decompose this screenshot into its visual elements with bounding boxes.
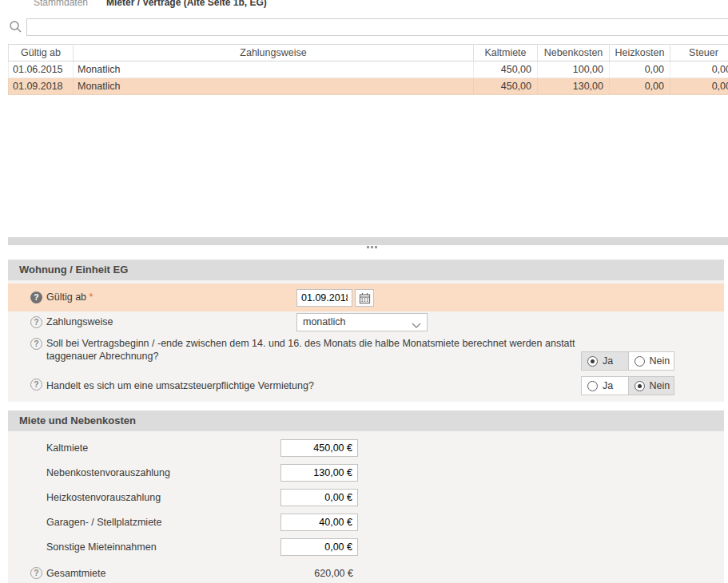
radio-group-halbe-monatsmiete: Ja Nein	[581, 351, 674, 371]
table-row-selected[interactable]: 01.09.2018 Monatlich 450,00 130,00 0,00 …	[9, 78, 728, 95]
help-icon[interactable]: ?	[30, 292, 42, 303]
form-row-gesamtmiete: ? Gesamtmiete 620,00 €	[8, 565, 724, 583]
cell-heizkosten[interactable]: 0,00	[610, 78, 670, 95]
help-icon[interactable]: ?	[30, 379, 42, 391]
radio-label: Ja	[603, 380, 613, 391]
table-header-row: Gültig ab Zahlungsweise Kaltmiete Nebenk…	[9, 45, 728, 61]
radio-label: Ja	[603, 355, 613, 367]
field-label-kaltmiete: Kaltmiete	[46, 442, 88, 454]
cell-nebenkosten[interactable]: 100,00	[538, 61, 610, 78]
splitter-grip-icon	[367, 240, 379, 251]
radio-selected-icon	[587, 356, 598, 367]
field-label-garagenmiete: Garagen- / Stellplatzmiete	[46, 517, 162, 528]
zahlungsweise-dropdown[interactable]: monatlich	[296, 313, 428, 331]
radio-ja[interactable]: Ja	[582, 352, 628, 370]
calendar-button[interactable]	[355, 289, 374, 307]
radio-group-umsatzsteuer: Ja Nein	[581, 376, 674, 395]
heizkosten-input[interactable]	[280, 489, 358, 506]
help-icon[interactable]: ?	[30, 567, 42, 579]
cell-kaltmiete[interactable]: 450,00	[474, 61, 538, 78]
radio-unselected-icon	[635, 356, 645, 367]
tab-mieter-vertraege[interactable]: Mieter / Verträge (Alte Seite 1b, EG)	[106, 0, 267, 8]
radio-unselected-icon	[587, 381, 598, 391]
field-label-heizkostenvorauszahlung: Heizkostenvorauszahlung	[46, 492, 161, 503]
required-asterisk: *	[90, 292, 93, 303]
radio-label: Nein	[650, 355, 670, 367]
cell-nebenkosten[interactable]: 130,00	[538, 78, 610, 95]
form-row-nebenkostenvorauszahlung: Nebenkostenvorauszahlung	[8, 464, 724, 482]
cell-zahlungsweise[interactable]: Monatlich	[74, 78, 474, 95]
col-header-zahlungsweise[interactable]: Zahlungsweise	[74, 45, 474, 61]
chevron-down-icon	[412, 320, 421, 331]
calendar-icon	[359, 292, 371, 304]
help-icon[interactable]: ?	[30, 316, 42, 328]
radio-selected-icon	[635, 381, 645, 391]
gesamtmiete-value: 620,00 €	[280, 568, 358, 579]
form-row-zahlungsweise: ? Zahlungsweise monatlich	[8, 313, 724, 332]
field-label-sonstige-mieteinnahmen: Sonstige Mieteinnahmen	[46, 541, 157, 553]
cell-kaltmiete[interactable]: 450,00	[474, 78, 538, 95]
gueltig-ab-date-input[interactable]	[296, 289, 352, 307]
table-row[interactable]: 01.06.2015 Monatlich 450,00 100,00 0,00 …	[9, 61, 728, 78]
field-label-gueltig-ab: Gültig ab *	[46, 292, 93, 303]
cell-steuer[interactable]: 0,00	[670, 78, 728, 95]
col-header-kaltmiete[interactable]: Kaltmiete	[474, 45, 538, 61]
section-body-wohnung: ? Gültig ab * ? Zahlungsweise monatlich	[8, 280, 724, 402]
form-row-gueltig-ab: ? Gültig ab *	[8, 284, 724, 311]
kaltmiete-input[interactable]	[280, 439, 358, 457]
breadcrumb-tabbar: Stammdaten Mieter / Verträge (Alte Seite…	[0, 0, 728, 8]
col-header-heizkosten[interactable]: Heizkosten	[610, 45, 670, 61]
app-window: { "tabs": [ { "label": "Stammdaten" }, {…	[0, 0, 728, 583]
cell-zahlungsweise[interactable]: Monatlich	[74, 61, 474, 78]
section-body-miete: Kaltmiete Nebenkostenvorauszahlung Heizk…	[8, 431, 724, 583]
form-row-kaltmiete: Kaltmiete	[8, 439, 724, 458]
radio-nein[interactable]: Nein	[628, 352, 674, 370]
form-row-sonstige-mieteinnahmen: Sonstige Mieteinnahmen	[8, 538, 724, 557]
contracts-table: Gültig ab Zahlungsweise Kaltmiete Nebenk…	[8, 44, 728, 95]
tab-stammdaten[interactable]: Stammdaten	[34, 0, 88, 8]
section-header-wohnung: Wohnung / Einheit EG	[8, 260, 724, 280]
cell-heizkosten[interactable]: 0,00	[610, 61, 670, 78]
form-row-heizkostenvorauszahlung: Heizkostenvorauszahlung	[8, 489, 724, 507]
nebenkosten-input[interactable]	[280, 464, 358, 482]
form-row-garagenmiete: Garagen- / Stellplatzmiete	[8, 514, 724, 532]
horizontal-splitter[interactable]	[8, 237, 728, 245]
cell-gueltig-ab[interactable]: 01.09.2018	[9, 78, 74, 95]
field-label-gesamtmiete: Gesamtmiete	[46, 568, 105, 579]
help-icon[interactable]: ?	[30, 338, 42, 350]
cell-gueltig-ab[interactable]: 01.06.2015	[9, 61, 74, 78]
radio-label: Nein	[650, 380, 670, 391]
question-text-halbe-monatsmiete: Soll bei Vertragsbeginn / -ende zwischen…	[46, 337, 575, 363]
form-row-umsatzsteuer: ? Handelt es sich um eine umsatzsteuerpf…	[8, 375, 724, 396]
col-header-nebenkosten[interactable]: Nebenkosten	[538, 45, 610, 61]
col-header-gueltig-ab[interactable]: Gültig ab	[9, 45, 74, 61]
section-header-miete: Miete und Nebenkosten	[8, 410, 724, 431]
field-label-zahlungsweise: Zahlungsweise	[46, 316, 113, 327]
form-row-halbe-monatsmiete: ? Soll bei Vertragsbeginn / -ende zwisch…	[8, 336, 724, 375]
cell-steuer[interactable]: 0,00	[670, 61, 728, 78]
dropdown-value: monatlich	[303, 316, 346, 327]
field-label-nebenkostenvorauszahlung: Nebenkostenvorauszahlung	[46, 467, 170, 478]
col-header-steuer[interactable]: Steuer	[670, 45, 728, 61]
search-icon	[9, 20, 22, 36]
radio-nein[interactable]: Nein	[628, 377, 674, 395]
radio-ja[interactable]: Ja	[582, 377, 628, 395]
search-input[interactable]	[26, 18, 728, 36]
garagenmiete-input[interactable]	[280, 514, 358, 531]
question-text-umsatzsteuer: Handelt es sich um eine umsatzsteuerpfli…	[46, 379, 575, 392]
sonstige-mieteinnahmen-input[interactable]	[280, 538, 358, 556]
